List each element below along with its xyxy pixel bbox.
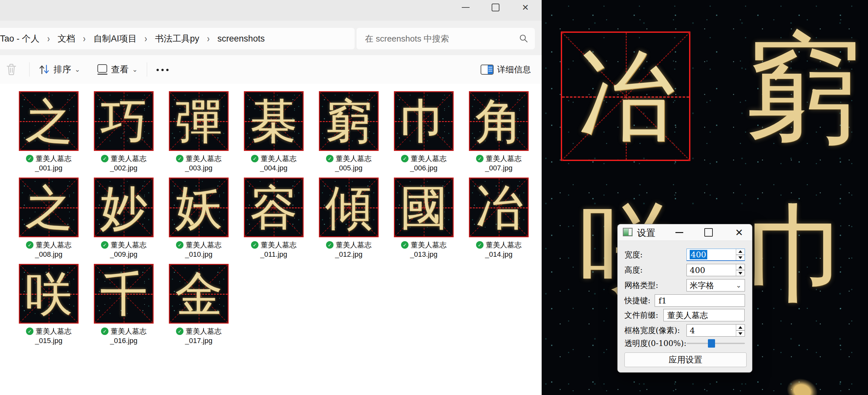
file-thumbnail[interactable]: 妙 (94, 177, 154, 237)
file-thumbnail[interactable]: 彈 (169, 91, 228, 151)
view-layout-icon (97, 64, 107, 75)
calligraphy-character: 冶 (475, 184, 523, 231)
file-item[interactable]: 巾✓董美人墓志_006.jpg (394, 91, 454, 173)
file-name-prefix: 董美人墓志 (336, 240, 371, 250)
file-item[interactable]: 之✓董美人墓志_008.jpg (19, 177, 79, 259)
spinbox-field[interactable]: 400 (686, 249, 745, 261)
breadcrumb-item[interactable]: screenshots (215, 32, 268, 45)
file-thumbnail[interactable]: 巾 (394, 91, 454, 151)
file-explorer-window: ✕ Tao - 个人›文档›自制AI项目›书法工具py›screenshots (0, 0, 541, 395)
file-thumbnail[interactable]: 冶 (469, 177, 529, 237)
file-item[interactable]: 咲✓董美人墓志_015.jpg (19, 264, 79, 345)
explorer-titlebar: ✕ (0, 0, 541, 21)
file-item[interactable]: 角✓董美人墓志_007.jpg (469, 91, 529, 173)
file-thumbnail[interactable]: 棊 (244, 91, 304, 151)
sort-button[interactable]: 排序 ⌄ (38, 60, 80, 78)
apply-settings-button[interactable]: 应用设置 (624, 353, 747, 367)
file-item[interactable]: 之✓董美人墓志_001.jpg (19, 91, 79, 173)
file-name-suffix: _016.jpg (86, 336, 161, 345)
spin-down-button[interactable] (736, 270, 745, 276)
minimize-button[interactable] (451, 0, 480, 15)
calligraphy-character: 金 (175, 270, 222, 318)
file-name-prefix: 董美人墓志 (36, 240, 71, 250)
spin-down-button[interactable] (736, 255, 745, 261)
breadcrumb-item[interactable]: 文档 (55, 31, 78, 46)
search-input[interactable] (356, 28, 535, 50)
file-name-prefix: 董美人墓志 (411, 154, 446, 163)
spin-down-button[interactable] (736, 330, 745, 337)
capture-grid-box[interactable]: 冶 (561, 31, 690, 161)
dialog-maximize-button[interactable] (700, 224, 718, 240)
view-button[interactable]: 查看 ⌄ (97, 60, 138, 78)
spin-up-button[interactable] (736, 264, 745, 270)
file-item[interactable]: 金✓董美人墓志_017.jpg (169, 264, 228, 345)
file-name: ✓董美人墓志_014.jpg (461, 240, 536, 259)
file-item[interactable]: 窮✓董美人墓志_005.jpg (319, 91, 379, 173)
file-item[interactable]: 妙✓董美人墓志_009.jpg (94, 177, 154, 259)
file-name: ✓董美人墓志_009.jpg (86, 240, 161, 259)
file-name: ✓董美人墓志_017.jpg (161, 327, 236, 345)
file-name: ✓董美人墓志_001.jpg (11, 154, 86, 173)
close-button[interactable]: ✕ (510, 0, 540, 15)
file-item[interactable]: 傾✓董美人墓志_012.jpg (319, 177, 379, 259)
breadcrumb-item[interactable]: 自制AI项目 (91, 31, 140, 46)
file-thumbnail[interactable]: 千 (94, 264, 154, 324)
file-name-prefix: 董美人墓志 (336, 154, 371, 163)
file-thumbnail[interactable]: 之 (19, 91, 79, 151)
details-pane-button[interactable]: 详细信息 (480, 60, 531, 78)
file-item[interactable]: 冶✓董美人墓志_014.jpg (469, 177, 529, 259)
spinner (736, 264, 745, 276)
dialog-close-button[interactable]: ✕ (730, 224, 748, 240)
file-thumbnail[interactable]: 之 (19, 177, 79, 237)
file-thumbnail[interactable]: 窮 (319, 91, 379, 151)
calligraphy-character: 巾 (400, 97, 447, 145)
spinbox-field[interactable]: 400 (686, 264, 745, 276)
dialog-field-label: 文件前缀: (624, 310, 658, 320)
dialog-field-label: 宽度: (624, 250, 643, 260)
file-item[interactable]: 彈✓董美人墓志_003.jpg (169, 91, 228, 173)
file-item[interactable]: 妖✓董美人墓志_010.jpg (169, 177, 228, 259)
text-field[interactable] (663, 309, 745, 321)
calligraphy-character: 窮 (325, 97, 372, 145)
file-item[interactable]: 棊✓董美人墓志_004.jpg (244, 91, 304, 173)
opacity-slider-track[interactable] (686, 343, 745, 344)
file-thumbnail[interactable]: 國 (394, 177, 454, 237)
sync-status-icon: ✓ (401, 155, 408, 162)
text-input[interactable] (666, 310, 744, 320)
grid-type-dropdown[interactable]: 米字格⌄ (686, 279, 745, 292)
dialog-minimize-button[interactable] (670, 224, 688, 240)
file-thumbnail[interactable]: 傾 (319, 177, 379, 237)
file-thumbnail[interactable]: 巧 (94, 91, 154, 151)
breadcrumb-item[interactable]: 书法工具py (152, 31, 202, 46)
spinbox-field[interactable]: 4 (686, 324, 745, 337)
spin-up-button[interactable] (736, 249, 745, 255)
file-thumbnail[interactable]: 妖 (169, 177, 228, 237)
dialog-titlebar[interactable]: 设置 ✕ (618, 224, 752, 241)
file-thumbnail[interactable]: 咲 (19, 264, 79, 324)
breadcrumb-item[interactable]: Tao - 个人 (0, 31, 42, 46)
sync-status-icon: ✓ (401, 241, 408, 249)
file-name: ✓董美人墓志_011.jpg (237, 240, 311, 259)
file-thumbnail[interactable]: 角 (469, 91, 529, 151)
sync-status-icon: ✓ (326, 155, 334, 162)
file-thumbnail[interactable]: 金 (169, 264, 228, 324)
breadcrumb-separator: › (145, 33, 147, 44)
text-input[interactable] (658, 296, 745, 306)
file-item[interactable]: 巧✓董美人墓志_002.jpg (94, 91, 154, 173)
file-thumbnail[interactable]: 容 (244, 177, 304, 237)
spin-up-button[interactable] (736, 324, 745, 330)
view-label: 查看 (111, 64, 129, 75)
file-name: ✓董美人墓志_016.jpg (86, 327, 161, 345)
file-name: ✓董美人墓志_002.jpg (86, 154, 161, 173)
more-options-button[interactable] (155, 60, 170, 78)
sync-status-icon: ✓ (476, 241, 484, 249)
delete-button[interactable] (6, 60, 17, 78)
spinner (736, 324, 745, 337)
spinner (736, 249, 745, 261)
file-item[interactable]: 千✓董美人墓志_016.jpg (94, 264, 154, 345)
file-item[interactable]: 國✓董美人墓志_013.jpg (394, 177, 454, 259)
text-field[interactable] (655, 294, 745, 307)
opacity-slider-handle[interactable] (708, 339, 715, 348)
file-item[interactable]: 容✓董美人墓志_011.jpg (244, 177, 304, 259)
maximize-button[interactable] (480, 0, 510, 15)
